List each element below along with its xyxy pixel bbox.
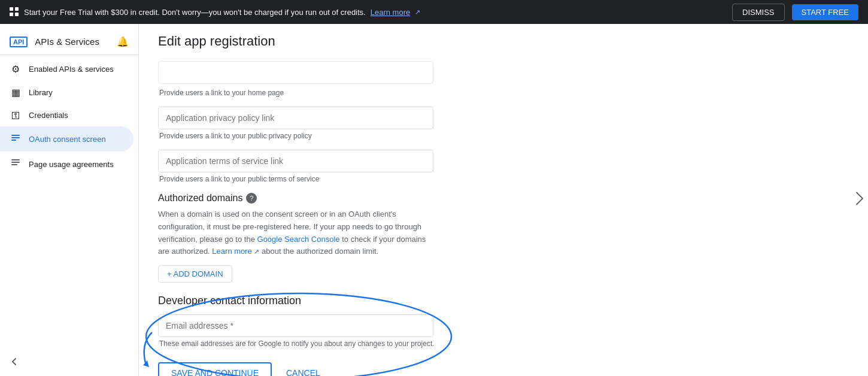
developer-contact-heading: Developer contact information bbox=[158, 295, 658, 307]
library-icon: ▦ bbox=[10, 87, 22, 98]
oauth-icon bbox=[10, 132, 22, 145]
home-page-input[interactable] bbox=[158, 61, 433, 84]
authorized-domains-description: When a domain is used on the consent scr… bbox=[158, 208, 433, 258]
svg-rect-1 bbox=[11, 137, 20, 138]
start-free-button[interactable]: START FREE bbox=[792, 4, 858, 20]
svg-rect-0 bbox=[11, 135, 20, 136]
external-link-icon2: ↗ bbox=[254, 248, 259, 255]
svg-rect-5 bbox=[11, 164, 17, 165]
add-domain-button[interactable]: + ADD DOMAIN bbox=[158, 265, 232, 283]
credentials-icon: ⚿ bbox=[10, 110, 22, 120]
action-buttons: SAVE AND CONTINUE CANCEL bbox=[158, 362, 658, 376]
authorized-domains-heading: Authorized domains ? bbox=[158, 193, 658, 204]
sidebar-label-oauth: OAuth consent screen bbox=[29, 135, 106, 144]
svg-rect-4 bbox=[11, 162, 20, 163]
sidebar-item-enabled-apis[interactable]: ⚙ Enabled APIs & services bbox=[0, 57, 133, 81]
email-hint: These email addresses are for Google to … bbox=[158, 339, 658, 348]
terms-of-service-section: Provide users a link to your public term… bbox=[158, 150, 658, 183]
content-inner: Edit app registration Provide users a li… bbox=[139, 24, 678, 376]
external-link-icon: ↗ bbox=[415, 8, 420, 16]
terms-of-service-hint: Provide users a link to your public term… bbox=[158, 175, 658, 183]
home-page-hint: Provide users a link to your home page bbox=[158, 89, 658, 97]
cancel-button[interactable]: CANCEL bbox=[277, 363, 330, 376]
grid-icon bbox=[10, 7, 19, 17]
sidebar: API APIs & Services 🔔 ⚙ Enabled APIs & s… bbox=[0, 24, 139, 376]
sidebar-item-oauth-consent[interactable]: OAuth consent screen bbox=[0, 126, 133, 151]
sidebar-title: APIs & Services bbox=[35, 37, 99, 47]
terms-of-service-input[interactable] bbox=[158, 150, 433, 172]
privacy-policy-input[interactable] bbox=[158, 107, 433, 129]
sidebar-label-page-usage: Page usage agreements bbox=[29, 160, 114, 169]
google-search-console-link[interactable]: Google Search Console bbox=[257, 235, 340, 244]
privacy-policy-hint: Provide users a link to your public priv… bbox=[158, 132, 658, 140]
help-icon[interactable]: ? bbox=[246, 193, 257, 204]
content-area: Edit app registration Provide users a li… bbox=[139, 24, 868, 376]
top-banner: Start your Free Trial with $300 in credi… bbox=[0, 0, 868, 24]
save-and-continue-button[interactable]: SAVE AND CONTINUE bbox=[158, 362, 272, 376]
sidebar-item-credentials[interactable]: ⚿ Credentials bbox=[0, 104, 133, 126]
right-collapse-button[interactable] bbox=[851, 182, 868, 219]
email-section: These email addresses are for Google to … bbox=[158, 314, 658, 348]
page-usage-icon bbox=[10, 157, 22, 171]
banner-left: Start your Free Trial with $300 in credi… bbox=[10, 7, 420, 17]
svg-marker-7 bbox=[143, 360, 149, 367]
email-input[interactable] bbox=[158, 314, 433, 337]
banner-learn-more[interactable]: Learn more bbox=[371, 8, 410, 17]
sidebar-item-page-usage[interactable]: Page usage agreements bbox=[0, 151, 133, 177]
api-badge: API bbox=[10, 37, 28, 47]
sidebar-label-library: Library bbox=[29, 88, 53, 97]
gear-icon: ⚙ bbox=[10, 63, 22, 75]
svg-rect-2 bbox=[11, 140, 16, 141]
sidebar-label-credentials: Credentials bbox=[29, 111, 68, 120]
sidebar-header: API APIs & Services 🔔 bbox=[0, 29, 138, 55]
home-page-section: Provide users a link to your home page bbox=[158, 61, 658, 97]
learn-more-link[interactable]: Learn more bbox=[212, 247, 251, 256]
banner-right: DISMISS START FREE bbox=[732, 4, 858, 21]
developer-contact-section: Developer contact information These emai… bbox=[158, 295, 658, 348]
svg-rect-3 bbox=[11, 159, 20, 160]
sidebar-item-library[interactable]: ▦ Library bbox=[0, 81, 133, 104]
banner-text: Start your Free Trial with $300 in credi… bbox=[24, 8, 366, 17]
sidebar-label-enabled-apis: Enabled APIs & services bbox=[29, 65, 114, 74]
authorized-domains-section: Authorized domains ? When a domain is us… bbox=[158, 193, 658, 283]
privacy-policy-section: Provide users a link to your public priv… bbox=[158, 107, 658, 140]
bell-icon[interactable]: 🔔 bbox=[117, 36, 129, 47]
page-title: Edit app registration bbox=[158, 34, 658, 49]
sidebar-collapse-button[interactable] bbox=[5, 352, 24, 371]
dismiss-button[interactable]: DISMISS bbox=[732, 4, 784, 21]
